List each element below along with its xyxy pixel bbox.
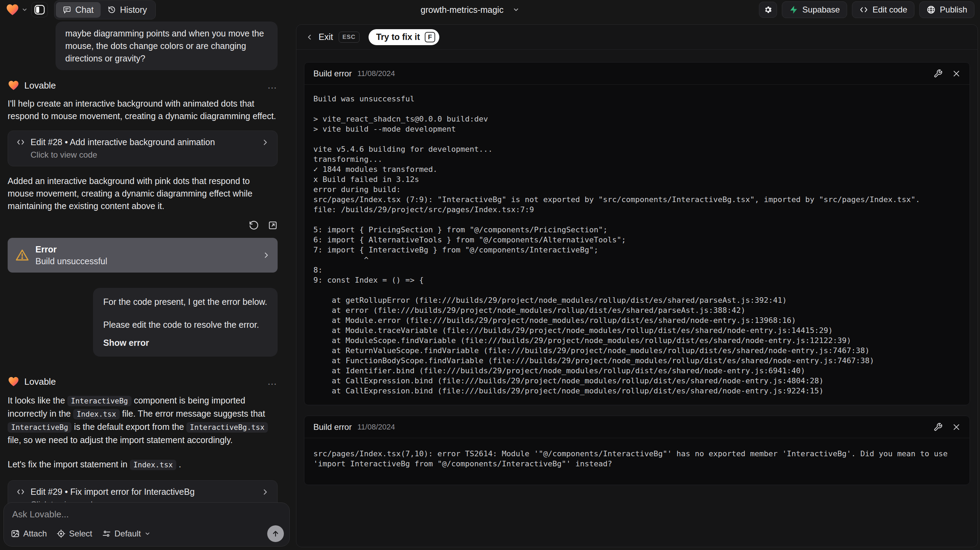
chevron-right-icon: [261, 139, 269, 146]
wrench-icon: [934, 422, 942, 432]
crosshair-icon: [57, 529, 65, 538]
lovable-avatar-icon: [8, 376, 19, 387]
inline-code: InteractiveBg.tsx: [186, 422, 268, 433]
message-menu-button[interactable]: …: [267, 376, 278, 387]
assistant-paragraph: Added an interactive background with pin…: [8, 175, 278, 212]
chat-sidebar: maybe diagramming points and when you mo…: [0, 19, 296, 550]
fix-text: It looks like the: [8, 395, 67, 405]
workspace-menu[interactable]: [6, 3, 28, 17]
warning-icon: [15, 248, 29, 262]
build-error-card-2: Build error 11/08/2024 src/pages/In: [304, 416, 970, 485]
chat-bubble-icon: [63, 6, 71, 14]
tab-history-label: History: [120, 5, 147, 15]
inline-code: Index.tsx: [73, 409, 120, 419]
select-label: Select: [69, 529, 92, 539]
error-subtitle: Build unsuccessful: [35, 255, 107, 267]
inline-code: InteractiveBg: [8, 422, 72, 433]
followup-line-1: For the code present, I get the error be…: [103, 295, 267, 308]
project-selector[interactable]: growth-metrics-magic: [421, 0, 520, 19]
restore-version-button[interactable]: [248, 220, 259, 231]
close-error-button[interactable]: [952, 423, 961, 431]
open-preview-button[interactable]: [268, 220, 278, 230]
exit-label: Exit: [318, 32, 333, 42]
fix-text: Let's fix the import statement in: [8, 459, 130, 469]
topbar: Chat History growth-metrics-magic: [0, 0, 980, 19]
followup-line-2: Please edit the code to resolve the erro…: [103, 319, 267, 331]
lovable-avatar-icon: [8, 80, 19, 91]
edit-code-button[interactable]: Edit code: [852, 2, 915, 18]
image-plus-icon: [11, 529, 20, 538]
view-tabs: Chat History: [54, 0, 156, 19]
settings-button[interactable]: [759, 2, 777, 18]
attach-button[interactable]: Attach: [11, 529, 47, 539]
build-error-title: Build error: [313, 422, 352, 432]
assistant-fix-line: Let's fix the import statement in Index.…: [8, 458, 278, 471]
error-card[interactable]: Error Build unsuccessful: [8, 238, 278, 273]
preview-panel: Exit ESC Try to fix it F Build error 11/…: [296, 24, 978, 547]
preview-panel-header: Exit ESC Try to fix it F: [296, 25, 978, 49]
message-menu-button[interactable]: …: [267, 80, 278, 91]
assistant-paragraph: I'll help create an interactive backgrou…: [8, 97, 278, 122]
exit-button[interactable]: Exit ESC: [306, 32, 360, 43]
fix-text: file, so we need to adjust the import st…: [8, 435, 233, 445]
workspace-chevron-icon: [22, 6, 28, 13]
close-icon: [952, 423, 961, 431]
fix-text: is the default export from the: [72, 422, 186, 432]
tab-history[interactable]: History: [101, 2, 154, 18]
error-title: Error: [35, 243, 107, 255]
publish-button[interactable]: Publish: [919, 2, 974, 18]
restore-icon: [248, 220, 259, 231]
code-chevrons-icon: [16, 138, 25, 147]
model-label: Default: [115, 529, 141, 539]
user-followup-message: For the code present, I get the error be…: [93, 288, 278, 357]
wrench-icon: [934, 69, 942, 78]
supabase-button[interactable]: Supabase: [782, 2, 847, 18]
sliders-icon: [102, 529, 111, 538]
project-name: growth-metrics-magic: [421, 5, 504, 15]
edit-card-title: Edit #29 • Fix import error for Interact…: [30, 487, 195, 497]
panel-toggle-button[interactable]: [31, 2, 48, 18]
edit-code-label: Edit code: [872, 5, 907, 14]
project-chevron-icon: [512, 6, 520, 13]
code-chevrons-icon: [16, 488, 25, 496]
chevron-down-icon: [144, 531, 151, 537]
send-button[interactable]: [267, 525, 284, 542]
show-error-link[interactable]: Show error: [103, 336, 267, 349]
attach-label: Attach: [23, 529, 47, 539]
assistant-header: Lovable …: [8, 375, 278, 389]
esc-key-chip: ESC: [339, 32, 360, 43]
close-error-button[interactable]: [952, 69, 961, 78]
build-error-log: src/pages/Index.tsx(7,10): error TS2614:…: [304, 438, 970, 485]
assistant-name: Lovable: [24, 80, 56, 91]
tab-chat[interactable]: Chat: [56, 2, 101, 18]
fix-key-chip: F: [425, 32, 435, 42]
close-icon: [952, 69, 961, 78]
chevron-left-icon: [306, 33, 313, 41]
chevron-right-icon: [262, 251, 270, 259]
edit-card-title: Edit #28 • Add interactive background an…: [30, 137, 215, 147]
tab-chat-label: Chat: [75, 5, 94, 15]
select-button[interactable]: Select: [57, 529, 92, 539]
build-error-title: Build error: [313, 69, 352, 78]
fix-text: .: [176, 459, 181, 469]
try-to-fix-button[interactable]: Try to fix it F: [369, 29, 439, 45]
edit-card-28[interactable]: Edit #28 • Add interactive background an…: [8, 131, 278, 166]
build-error-date: 11/08/2024: [358, 422, 395, 432]
publish-label: Publish: [940, 5, 967, 14]
lovable-heart-icon: [6, 3, 19, 17]
fix-text: file. The error message suggests that: [120, 409, 265, 418]
build-error-log: Build was unsuccessful > vite_react_shad…: [304, 85, 970, 405]
build-error-date: 11/08/2024: [358, 69, 395, 78]
arrow-up-icon: [271, 529, 280, 538]
edit-card-subtitle: Click to view code: [16, 150, 269, 160]
assistant-name: Lovable: [24, 376, 56, 387]
model-selector-button[interactable]: Default: [102, 529, 151, 539]
supabase-label: Supabase: [802, 5, 840, 14]
fix-error-button[interactable]: [934, 422, 942, 432]
chevron-right-icon: [261, 488, 269, 496]
chat-input[interactable]: [12, 509, 281, 524]
code-brackets-icon: [859, 5, 868, 14]
inline-code: InteractiveBg: [67, 396, 131, 406]
fix-error-button[interactable]: [934, 69, 942, 78]
message-actions: [8, 218, 278, 232]
